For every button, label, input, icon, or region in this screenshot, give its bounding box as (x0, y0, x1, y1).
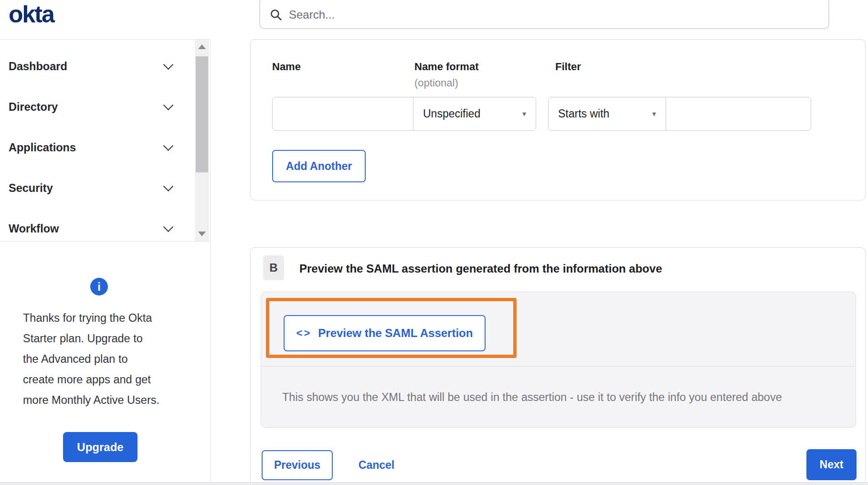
upsell-line: the Advanced plan to (23, 349, 171, 369)
sidebar-nav: Dashboard Directory Applications Securit… (0, 39, 211, 242)
name-format-value: Unspecified (423, 107, 480, 120)
upsell-line: more Monthly Active Users. (23, 390, 171, 411)
sidebar-item-security[interactable]: Security (9, 177, 174, 200)
search-input[interactable] (289, 8, 820, 21)
chevron-down-icon (163, 181, 173, 191)
dropdown-arrow-icon: ▾ (522, 109, 526, 118)
sidebar-item-dashboard[interactable]: Dashboard (9, 55, 174, 78)
scroll-up-icon (198, 44, 206, 49)
scroll-down-button[interactable] (195, 227, 209, 241)
chevron-down-icon (163, 59, 173, 69)
name-format-optional-hint: (optional) (414, 77, 458, 89)
filter-operator-select[interactable]: Starts with ▾ (548, 97, 666, 131)
preview-saml-panel: B Preview the SAML assertion generated f… (250, 247, 866, 482)
sidebar-divider (210, 39, 211, 482)
info-icon: i (90, 278, 108, 295)
page-bottom-edge (0, 482, 868, 485)
sidebar-item-label: Directory (9, 101, 58, 114)
filter-column-label: Filter (555, 61, 581, 73)
global-search[interactable] (259, 0, 829, 29)
sidebar-item-label: Workflow (9, 222, 59, 235)
sidebar-item-workflow[interactable]: Workflow (9, 217, 174, 240)
upgrade-button[interactable]: Upgrade (63, 432, 138, 462)
name-format-column-label: Name format (414, 61, 478, 73)
upsell-line: create more apps and get (23, 369, 171, 390)
preview-saml-assertion-button[interactable]: <> Preview the SAML Assertion (284, 315, 486, 351)
sidebar-item-label: Security (9, 182, 53, 195)
scrollbar-thumb[interactable] (196, 56, 208, 172)
chevron-down-icon (163, 100, 173, 110)
filter-operator-value: Starts with (558, 107, 609, 120)
scroll-down-icon (198, 232, 206, 236)
sidebar-scrollbar[interactable] (195, 40, 209, 241)
search-icon (270, 9, 282, 21)
previous-button[interactable]: Previous (262, 450, 333, 480)
dropdown-arrow-icon: ▾ (652, 109, 656, 118)
upsell-line: Starter plan. Upgrade to (23, 328, 171, 349)
preview-area: <> Preview the SAML Assertion This shows… (261, 292, 856, 428)
chevron-down-icon (163, 140, 173, 150)
upsell-message: Thanks for trying the Okta Starter plan.… (23, 308, 171, 411)
preview-description: This shows you the XML that will be used… (261, 367, 856, 428)
name-format-select[interactable]: Unspecified ▾ (413, 97, 536, 131)
cancel-button[interactable]: Cancel (354, 450, 399, 480)
sidebar-item-directory[interactable]: Directory (9, 95, 174, 118)
next-button[interactable]: Next (806, 449, 857, 480)
sidebar-item-label: Applications (9, 141, 76, 154)
chevron-down-icon (163, 221, 173, 232)
attribute-statements-panel: Name Name format (optional) Filter Unspe… (250, 39, 866, 200)
upsell-line: Thanks for trying the Okta (23, 308, 171, 328)
section-b-title: Preview the SAML assertion generated fro… (299, 262, 662, 275)
sidebar-item-label: Dashboard (9, 60, 67, 73)
attribute-name-input[interactable] (272, 97, 413, 131)
section-b-badge: B (263, 255, 284, 280)
filter-value-input[interactable] (666, 97, 811, 131)
scroll-up-button[interactable] (195, 40, 209, 54)
preview-button-label: Preview the SAML Assertion (318, 327, 473, 340)
okta-logo: okta (9, 1, 54, 28)
name-column-label: Name (272, 61, 301, 73)
add-another-button[interactable]: Add Another (272, 150, 366, 182)
okta-admin-page: okta Dashboard Directory Applications Se… (0, 0, 868, 485)
code-icon: <> (296, 327, 312, 339)
sidebar-item-applications[interactable]: Applications (9, 136, 174, 159)
